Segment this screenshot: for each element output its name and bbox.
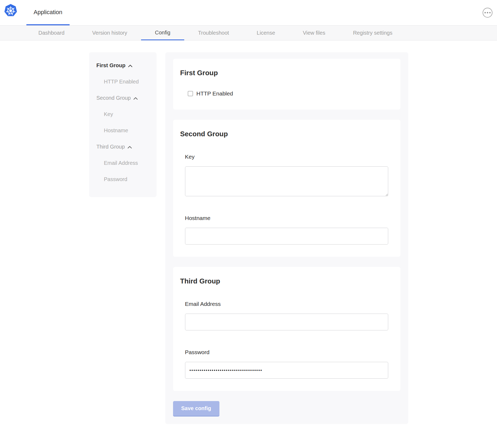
sidebar-item-second-group[interactable]: Second Group bbox=[97, 90, 157, 106]
sidebar-item-label: Third Group bbox=[97, 144, 125, 150]
chevron-up-icon bbox=[128, 65, 133, 67]
group-title: Second Group bbox=[180, 130, 393, 138]
app-tab-label: Application bbox=[34, 9, 62, 16]
tab-license[interactable]: License bbox=[243, 26, 289, 40]
tab-view-files[interactable]: View files bbox=[289, 26, 339, 40]
save-config-button[interactable]: Save config bbox=[173, 401, 219, 417]
sidebar-item-email-address[interactable]: Email Address bbox=[97, 155, 157, 171]
key-textarea[interactable] bbox=[185, 166, 388, 196]
group-title: First Group bbox=[180, 69, 393, 77]
hostname-field: Hostname bbox=[185, 215, 388, 245]
http-enabled-field: HTTP Enabled bbox=[188, 90, 393, 97]
sidebar-item-label: Hostname bbox=[104, 127, 128, 134]
email-address-field: Email Address bbox=[185, 301, 388, 330]
sidebar-item-label: Key bbox=[104, 111, 113, 117]
more-menu-button[interactable] bbox=[483, 8, 492, 18]
tab-application[interactable]: Application bbox=[26, 0, 70, 25]
config-group-second: Second Group Key Hostname bbox=[173, 120, 400, 257]
password-label: Password bbox=[185, 349, 388, 355]
sidebar-item-label: HTTP Enabled bbox=[104, 79, 139, 85]
sidebar-item-label: Email Address bbox=[104, 160, 138, 166]
email-address-input[interactable] bbox=[185, 314, 388, 330]
config-panel: First Group HTTP Enabled Second Group Ke… bbox=[165, 52, 408, 424]
app-nav-bar: Dashboard Version history Config Trouble… bbox=[0, 26, 497, 41]
tab-dashboard[interactable]: Dashboard bbox=[25, 26, 78, 40]
config-page: First Group HTTP Enabled Second Group Ke… bbox=[89, 52, 408, 424]
chevron-up-icon bbox=[127, 146, 132, 149]
sidebar-item-hostname[interactable]: Hostname bbox=[97, 122, 157, 139]
config-group-first: First Group HTTP Enabled bbox=[173, 59, 400, 110]
sidebar-item-label: Password bbox=[104, 176, 127, 182]
top-bar: Application bbox=[0, 0, 497, 26]
sidebar-item-first-group[interactable]: First Group bbox=[97, 57, 157, 74]
tab-troubleshoot[interactable]: Troubleshoot bbox=[184, 26, 243, 40]
password-input[interactable] bbox=[185, 362, 388, 379]
key-label: Key bbox=[185, 154, 388, 160]
sidebar-item-label: First Group bbox=[97, 62, 126, 69]
chevron-up-icon bbox=[133, 97, 138, 100]
config-group-third: Third Group Email Address Password bbox=[173, 267, 400, 391]
group-title: Third Group bbox=[180, 277, 393, 285]
http-enabled-checkbox[interactable] bbox=[188, 91, 193, 96]
sidebar-item-key[interactable]: Key bbox=[97, 106, 157, 122]
key-field: Key bbox=[185, 154, 388, 196]
http-enabled-label[interactable]: HTTP Enabled bbox=[197, 90, 233, 97]
sidebar-item-label: Second Group bbox=[97, 95, 131, 101]
kubernetes-logo-icon bbox=[4, 4, 17, 17]
password-field: Password bbox=[185, 349, 388, 379]
sidebar-item-third-group[interactable]: Third Group bbox=[97, 139, 157, 155]
sidebar-item-password[interactable]: Password bbox=[97, 171, 157, 187]
sidebar-item-http-enabled[interactable]: HTTP Enabled bbox=[97, 74, 157, 90]
tab-registry-settings[interactable]: Registry settings bbox=[339, 26, 406, 40]
email-address-label: Email Address bbox=[185, 301, 388, 307]
config-sidebar: First Group HTTP Enabled Second Group Ke… bbox=[89, 52, 157, 197]
tab-version-history[interactable]: Version history bbox=[78, 26, 141, 40]
tab-config[interactable]: Config bbox=[141, 26, 184, 40]
hostname-label: Hostname bbox=[185, 215, 388, 221]
hostname-input[interactable] bbox=[185, 228, 388, 245]
ellipsis-icon bbox=[484, 12, 486, 13]
